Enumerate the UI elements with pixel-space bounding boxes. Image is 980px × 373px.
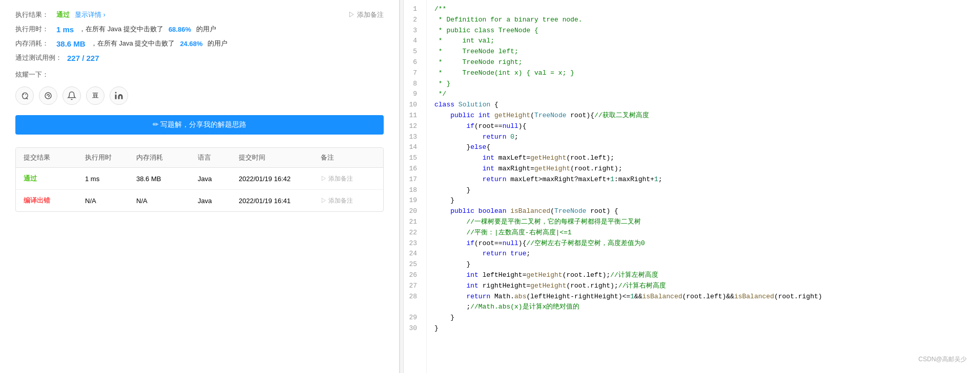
col-header-memory: 内存消耗 (136, 153, 198, 162)
col-header-status: 提交结果 (24, 153, 85, 162)
memory-desc: ，在所有 Java 提交中击败了 (91, 39, 175, 48)
line-numbers: 12345 678910 1112131415 1617181920 21222… (404, 0, 427, 373)
code-area: 12345 678910 1112131415 1617181920 21222… (404, 0, 980, 373)
row1-note[interactable]: ▷ 添加备注 (321, 174, 382, 183)
show-detail-link[interactable]: 显示详情 › (75, 10, 106, 19)
row1-runtime: 1 ms (85, 175, 136, 183)
row1-status[interactable]: 通过 (24, 174, 85, 183)
watermark: CSDN@高邮吴少 (915, 354, 970, 365)
row2-note[interactable]: ▷ 添加备注 (321, 196, 382, 205)
result-label: 执行结果： (15, 10, 51, 19)
memory-label: 内存消耗： (15, 39, 51, 48)
row1-time: 2022/01/19 16:42 (239, 175, 321, 183)
runtime-value: 1 ms (56, 25, 74, 34)
result-row: 执行结果： 通过 显示详情 › ▷ 添加备注 (15, 10, 384, 19)
runtime-pct: 68.86% (169, 26, 191, 33)
svg-point-0 (45, 93, 51, 99)
wechat-icon[interactable] (15, 86, 34, 105)
notification-icon[interactable] (62, 86, 81, 105)
left-panel: 执行结果： 通过 显示详情 › ▷ 添加备注 执行用时： 1 ms ，在所有 J… (0, 0, 400, 373)
col-header-time: 提交时间 (239, 153, 321, 162)
row2-lang: Java (198, 197, 239, 205)
col-header-lang: 语言 (198, 153, 239, 162)
memory-row: 内存消耗： 38.6 MB ，在所有 Java 提交中击败了 24.68% 的用… (15, 39, 384, 48)
row2-time: 2022/01/19 16:41 (239, 197, 321, 205)
runtime-label: 执行用时： (15, 25, 51, 34)
testcase-label: 通过测试用例： (15, 53, 62, 62)
col-header-runtime: 执行用时 (85, 153, 136, 162)
row2-memory: N/A (136, 197, 198, 205)
status-pass: 通过 (56, 10, 70, 19)
memory-value: 38.6 MB (56, 39, 86, 48)
table-header: 提交结果 执行用时 内存消耗 语言 提交时间 备注 (16, 148, 383, 168)
row1-memory: 38.6 MB (136, 175, 198, 183)
col-header-note: 备注 (321, 153, 382, 162)
row2-status[interactable]: 编译出错 (24, 196, 85, 205)
runtime-desc: ，在所有 Java 提交中击败了 (79, 25, 163, 34)
testcase-row: 通过测试用例： 227 / 227 (15, 53, 384, 62)
memory-unit: 的用户 (207, 39, 227, 48)
code-panel[interactable]: 12345 678910 1112131415 1617181920 21222… (404, 0, 980, 373)
svg-point-2 (115, 92, 117, 94)
svg-rect-1 (115, 95, 117, 99)
douban-icon[interactable]: 豆 (86, 86, 105, 105)
table-row: 编译出错 N/A N/A Java 2022/01/19 16:41 ▷ 添加备… (16, 190, 383, 211)
write-solution-button[interactable]: ✏ 写题解，分享我的解题思路 (15, 115, 384, 135)
runtime-unit: 的用户 (196, 25, 216, 34)
row2-runtime: N/A (85, 197, 136, 205)
runtime-row: 执行用时： 1 ms ，在所有 Java 提交中击败了 68.86% 的用户 (15, 25, 384, 34)
row1-lang: Java (198, 175, 239, 183)
table-row: 通过 1 ms 38.6 MB Java 2022/01/19 16:42 ▷ … (16, 168, 383, 190)
weibo-icon[interactable] (39, 86, 57, 105)
testcase-value: 227 / 227 (67, 54, 99, 62)
share-label: 炫耀一下： (15, 70, 384, 79)
code-content[interactable]: /** * Definition for a binary tree node.… (427, 0, 980, 373)
memory-pct: 24.68% (180, 40, 202, 48)
submission-table: 提交结果 执行用时 内存消耗 语言 提交时间 备注 通过 1 ms 38.6 M… (15, 147, 384, 212)
social-icons-group: 豆 (15, 86, 384, 105)
add-note-top-btn[interactable]: ▷ 添加备注 (348, 10, 384, 19)
linkedin-icon[interactable] (110, 86, 128, 105)
panel-divider (400, 0, 404, 373)
